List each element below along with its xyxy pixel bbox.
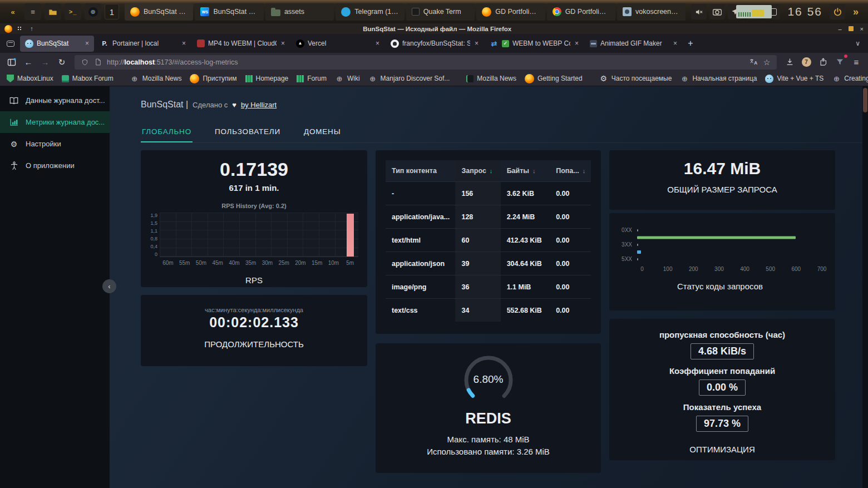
tab-close-icon[interactable]: ×	[672, 40, 677, 47]
taskbar-window-button[interactable]: BunSqStat — Ис...	[125, 3, 193, 21]
status-bar	[637, 250, 641, 254]
sidebar-item[interactable]: О приложении	[0, 155, 110, 176]
close-button[interactable]: ×	[860, 26, 864, 32]
bookmark-item[interactable]: Vite + Vue + TS	[765, 75, 823, 83]
bookmark-item[interactable]: ⊕Manjaro Discover Sof...	[368, 74, 450, 83]
panel-overflow-button[interactable]: «	[4, 3, 21, 20]
tray-overflow-button[interactable]: »	[848, 4, 864, 19]
bookmark-item[interactable]: MaboxLinux	[7, 75, 53, 82]
maximize-button[interactable]	[849, 26, 854, 31]
tab-list-button[interactable]	[3, 37, 18, 50]
browser-tab[interactable]: Animated GIF Maker×	[585, 36, 682, 52]
table-cell: 3.62 KiB	[501, 182, 550, 205]
app-menu-icon[interactable]: ≡	[849, 55, 864, 70]
send-page-icon[interactable]	[816, 55, 830, 70]
url-text[interactable]: http://localhost:5173/#/access-log-metri…	[107, 58, 744, 66]
mabox-forum-icon	[62, 75, 69, 82]
folder-gold-button[interactable]	[45, 3, 61, 20]
account-badge[interactable]: 7	[799, 55, 813, 70]
sidebar-item[interactable]: ⚙Настройки	[0, 133, 110, 155]
bookmark-item[interactable]: ⊕Creating End-to-End ...	[832, 74, 868, 83]
table-header-cell[interactable]: Байты↓	[501, 160, 550, 182]
page-scrollbar[interactable]	[862, 86, 868, 488]
bookmark-item[interactable]: Приступим	[190, 74, 236, 83]
camera-tray-button[interactable]	[709, 4, 725, 19]
url-bar[interactable]: http://localhost:5173/#/access-log-metri…	[75, 55, 777, 70]
bookmark-item[interactable]: Homepage	[245, 75, 289, 82]
mini-graph-tray-button[interactable]	[746, 4, 762, 19]
status-category-label: 0XX	[618, 227, 637, 233]
total-size-value: 16.47 MiB	[609, 159, 835, 178]
redis-max-memory: Макс. память: 48 MiB	[376, 435, 601, 444]
made-with-label: Сделано с	[193, 101, 228, 109]
table-header-cell[interactable]: Запрос↓	[455, 160, 500, 182]
tab-close-icon[interactable]: ×	[181, 40, 186, 47]
taskbar-window-button[interactable]: assets	[265, 3, 334, 21]
table-cell: 2.24 MiB	[501, 205, 550, 229]
shield-icon[interactable]	[80, 58, 89, 67]
bookmark-star-icon[interactable]: ☆	[762, 58, 771, 67]
tab-close-icon[interactable]: ×	[474, 40, 479, 47]
sidebar-item[interactable]: Метрики журнала дос...	[0, 111, 110, 133]
tab-close-icon[interactable]: ×	[374, 40, 379, 47]
table-cell: application/java...	[386, 205, 455, 229]
tab-close-icon[interactable]: ×	[280, 40, 285, 47]
sidebar-item[interactable]: Данные журнала дост...	[0, 90, 110, 111]
bookmark-item[interactable]: ⊕Начальная страница	[680, 74, 757, 83]
taskbar-window-button[interactable]: GD Portfolio | G...	[547, 3, 615, 21]
taskbar-window-button[interactable]: Telegram (1458)	[336, 3, 404, 21]
tab-close-icon[interactable]: ×	[574, 40, 579, 47]
browser-tab[interactable]: MP4 to WEBM | CloudConv×	[192, 36, 290, 52]
camera-icon	[713, 7, 722, 16]
page-info-icon[interactable]	[93, 58, 102, 67]
browser-tab[interactable]: P.Portainer | local×	[95, 36, 191, 52]
reload-button[interactable]: ↻	[55, 55, 69, 70]
taskbar-window-label: BunSqStat — Ис...	[144, 8, 188, 16]
status-xtick-label: 600	[792, 266, 801, 272]
browser-tab[interactable]: francyfox/BunSqStat: SqSt×	[386, 36, 484, 52]
hamburger-button[interactable]: ≡	[24, 3, 41, 20]
bookmark-item[interactable]: Forum	[297, 75, 327, 82]
power-button[interactable]	[830, 4, 845, 19]
back-button[interactable]: ←	[21, 55, 36, 70]
scrollbar-thumb[interactable]	[863, 88, 867, 112]
taskbar-window-button[interactable]: vokoscreenNG 4...	[617, 3, 685, 21]
speaker-muted-tray-button[interactable]	[691, 4, 707, 19]
taskbar-window-button[interactable]: GD Portfolio | G...	[476, 3, 545, 21]
bookmark-item[interactable]: ⊕Wiki	[335, 74, 360, 83]
bookmark-item[interactable]: Mabox Forum	[62, 75, 114, 82]
sidebar-collapse-button[interactable]: ‹	[102, 279, 116, 293]
app-tab[interactable]: ДОМЕНЫ	[303, 122, 342, 142]
app-tab[interactable]: ПОЛЬЗОВАТЕЛИ	[214, 122, 282, 142]
translate-icon[interactable]: A	[749, 58, 758, 67]
tab-close-icon[interactable]: ×	[84, 40, 89, 47]
downloads-icon[interactable]	[782, 55, 797, 70]
bookmark-label: Homepage	[256, 75, 289, 82]
minimize-button[interactable]: –	[838, 26, 841, 32]
taskbar-window-button[interactable]: WSBunSqStat – REA...	[195, 3, 263, 21]
optimization-metric-row: 97.73 %	[609, 412, 835, 437]
terminal-button[interactable]: >_	[65, 3, 81, 20]
browser-tab[interactable]: ⇄✓WEBM to WEBP Convert×	[485, 36, 584, 52]
sort-arrow-icon: ↓	[532, 167, 536, 174]
author-link[interactable]: by Hellizart	[241, 101, 277, 109]
new-tab-button[interactable]: +	[683, 38, 698, 48]
browser-tab[interactable]: ▲Vercel×	[291, 36, 384, 52]
bookmark-item[interactable]: ⚙Часто посещаемые	[599, 74, 672, 83]
tabs-overflow-button[interactable]: ∨	[851, 40, 865, 47]
window-titlebar: ↑ BunSqStat — Исходный файл — Mozilla Fi…	[0, 23, 868, 34]
tab-title: WEBM to WEBP Convert	[512, 40, 570, 47]
bookmark-item[interactable]: Getting Started	[525, 74, 583, 83]
sidebar-toggle-icon[interactable]	[4, 55, 19, 70]
sidebar-item-label: Метрики журнала дос...	[26, 118, 105, 126]
globe-dark-button[interactable]: ⊕	[85, 3, 101, 20]
extension-funnel-icon[interactable]	[832, 55, 847, 70]
table-header-cell[interactable]: Попа...↓	[550, 160, 591, 182]
app-tab[interactable]: ГЛОБАЛЬНО	[141, 122, 193, 142]
bookmark-item[interactable]: Mozilla News	[466, 75, 516, 82]
workspace-indicator[interactable]: 1	[105, 4, 119, 19]
forward-button[interactable]: →	[38, 55, 52, 70]
taskbar-window-button[interactable]: Quake Term	[406, 3, 475, 21]
bookmark-item[interactable]: ⊕Mozilla News	[130, 74, 182, 83]
browser-tab[interactable]: BunSqStat×	[20, 36, 94, 52]
